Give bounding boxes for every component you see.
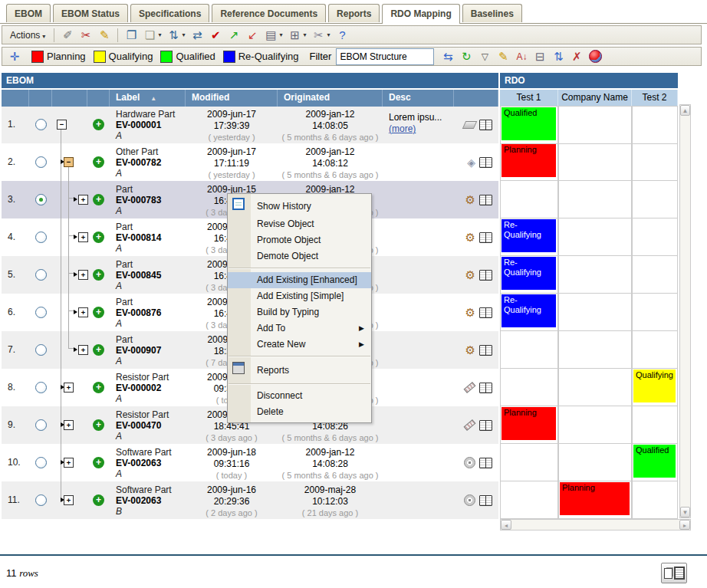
funnel-filter-icon[interactable]: ▽: [475, 49, 494, 64]
scroll-right-icon[interactable]: ▸: [679, 520, 690, 530]
tree-expand-icon[interactable]: +: [78, 195, 88, 205]
add-child-button[interactable]: +: [93, 457, 104, 468]
table-row[interactable]: 1.−+Hardware PartEV-000001A2009-jun-1717…: [2, 106, 498, 143]
actions-menu-button[interactable]: Actions▾: [5, 28, 50, 42]
rdo-test1-cell[interactable]: Re-Qualifying: [500, 294, 558, 331]
promote-icon[interactable]: ↗: [225, 28, 243, 43]
rdo-test1-cell[interactable]: [500, 481, 558, 519]
menu-item-revise-object[interactable]: Revise Object: [228, 216, 371, 232]
book-icon[interactable]: [479, 157, 492, 168]
tree-expand-icon[interactable]: +: [64, 420, 74, 430]
tree-expand-icon[interactable]: +: [78, 270, 88, 280]
print-icon[interactable]: ▤▾: [261, 28, 285, 43]
tab-specifications[interactable]: Specifications: [130, 4, 209, 22]
rdo-test2-cell[interactable]: [632, 106, 678, 144]
validate-icon[interactable]: ✔: [206, 28, 225, 43]
table-row[interactable]: 10.++Software PartEV-002063A2009-jun-180…: [2, 444, 498, 481]
tree-expand-icon[interactable]: +: [64, 495, 74, 505]
scroll-down-icon[interactable]: ▼: [680, 507, 690, 517]
menu-item-delete[interactable]: Delete: [228, 404, 371, 420]
help-icon[interactable]: ?: [333, 28, 351, 43]
structure-filter-icon[interactable]: ⇆: [439, 49, 457, 64]
table-filter-icon[interactable]: ⊟: [531, 49, 549, 64]
book-icon[interactable]: [479, 120, 492, 130]
row-radio-button[interactable]: [35, 382, 47, 393]
book-icon[interactable]: [479, 232, 492, 243]
row-radio-button[interactable]: [35, 269, 47, 281]
row-radio-button[interactable]: [35, 119, 47, 130]
rdo-company-name-cell[interactable]: [558, 294, 632, 331]
tree-sort-icon[interactable]: ⇅: [549, 49, 567, 64]
row-radio-button[interactable]: [35, 419, 47, 431]
compare-icon[interactable]: ✗: [567, 49, 586, 64]
tab-reference-documents[interactable]: Reference Documents: [212, 4, 326, 22]
book-icon[interactable]: [479, 195, 492, 205]
book-icon[interactable]: [479, 307, 492, 318]
edit-notes-icon[interactable]: ✎: [494, 49, 512, 64]
chart-sphere-icon[interactable]: [586, 49, 605, 64]
tree-collapse-icon[interactable]: −: [64, 157, 74, 167]
book-icon[interactable]: [479, 458, 492, 468]
vertical-scrollbar[interactable]: ▲ ▼: [679, 104, 691, 518]
add-child-button[interactable]: +: [93, 156, 104, 168]
menu-item-reports[interactable]: Reports: [228, 360, 371, 380]
tab-ebom[interactable]: EBOM: [6, 4, 51, 22]
demote-icon[interactable]: ↙: [243, 28, 261, 43]
rdo-company-name-cell[interactable]: [558, 218, 632, 256]
rdo-company-name-cell[interactable]: [558, 143, 632, 181]
row-radio-button[interactable]: [35, 156, 47, 168]
connect-icon[interactable]: ✐: [58, 28, 77, 43]
scroll-up-icon[interactable]: ▲: [680, 105, 690, 116]
scroll-left-icon[interactable]: ◂: [501, 520, 511, 530]
add-child-button[interactable]: +: [93, 494, 104, 506]
menu-item-build-by-typing[interactable]: Build by Typing: [228, 304, 371, 320]
rdo-test2-cell[interactable]: [632, 294, 678, 331]
menu-item-show-history[interactable]: Show History: [228, 196, 371, 216]
row-radio-button[interactable]: [35, 344, 47, 356]
row-radio-button[interactable]: [35, 494, 47, 506]
rdo-test1-cell[interactable]: [500, 181, 558, 218]
rdo-test1-cell[interactable]: Qualified: [500, 106, 558, 144]
rdo-company-name-cell[interactable]: [558, 444, 632, 481]
column-header-originated[interactable]: Originated: [278, 90, 383, 107]
add-child-button[interactable]: +: [93, 194, 104, 205]
tab-baselines[interactable]: Baselines: [462, 4, 522, 22]
add-child-button[interactable]: +: [93, 119, 104, 130]
add-child-button[interactable]: +: [93, 419, 104, 431]
rdo-company-name-cell[interactable]: [558, 181, 632, 218]
rdo-test2-cell[interactable]: [632, 181, 678, 218]
rdo-test2-cell[interactable]: [632, 218, 678, 256]
tab-rdo-mapping[interactable]: RDO Mapping: [382, 4, 459, 24]
book-icon[interactable]: [479, 420, 492, 431]
rdo-company-name-cell[interactable]: [558, 331, 632, 369]
menu-item-demote-object[interactable]: Demote Object: [228, 248, 371, 264]
rdo-test2-cell[interactable]: [632, 481, 678, 519]
rdo-test2-cell[interactable]: [632, 143, 678, 181]
swap-window-icon[interactable]: ⇄: [188, 28, 206, 43]
rdo-test1-cell[interactable]: Planning: [500, 143, 558, 181]
tree-expand-icon[interactable]: +: [64, 383, 74, 393]
disconnect-icon[interactable]: ✂: [77, 28, 95, 43]
column-header-desc[interactable]: Desc: [383, 90, 454, 107]
add-child-button[interactable]: +: [93, 269, 104, 281]
rdo-test2-cell[interactable]: Qualified: [632, 444, 678, 481]
rdo-company-name-cell[interactable]: [558, 406, 632, 444]
refresh-icon[interactable]: ↻: [457, 49, 475, 64]
sort-az-icon[interactable]: A↓: [512, 49, 531, 64]
add-child-button[interactable]: +: [93, 344, 104, 356]
structure-filter-input[interactable]: [336, 48, 434, 65]
rdo-test1-cell[interactable]: [500, 444, 558, 481]
tab-ebom-status[interactable]: EBOM Status: [53, 4, 128, 22]
view-columns-icon[interactable]: ⊞▾: [285, 28, 309, 43]
copy-icon[interactable]: ❏▾: [140, 28, 164, 43]
expand-all-icon[interactable]: ✛: [5, 49, 24, 64]
rdo-company-name-cell[interactable]: Planning: [558, 481, 632, 519]
rdo-test1-cell[interactable]: [500, 331, 558, 369]
table-row[interactable]: 2.−+Other PartEV-000782A2009-jun-1717:11…: [2, 143, 498, 181]
rdo-test1-cell[interactable]: [500, 369, 558, 406]
tree-expand-icon[interactable]: +: [78, 345, 88, 355]
rdo-test1-cell[interactable]: Re-Qualifying: [500, 218, 558, 256]
add-child-button[interactable]: +: [93, 307, 104, 318]
row-radio-button[interactable]: [35, 307, 47, 318]
rdo-test1-cell[interactable]: Re-Qualifying: [500, 256, 558, 294]
